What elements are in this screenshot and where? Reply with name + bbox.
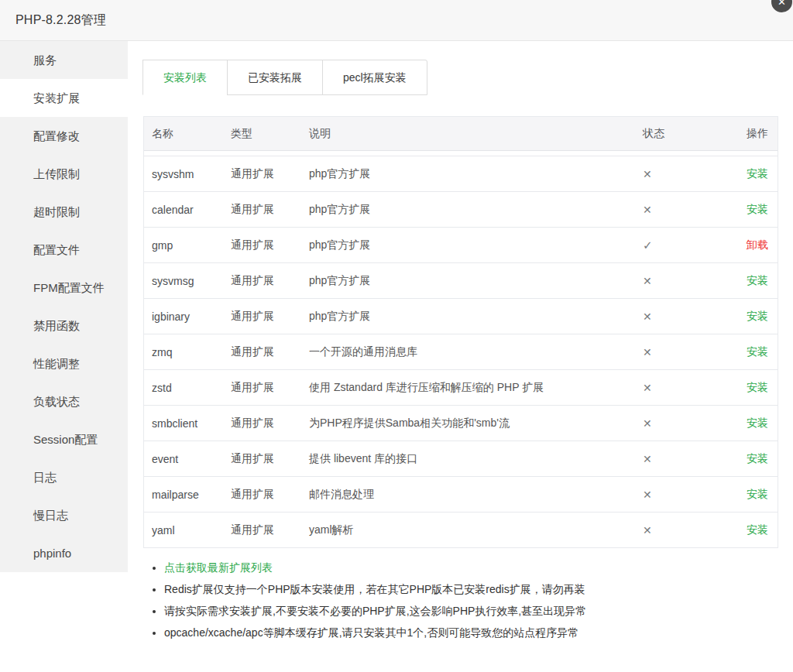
status-icon: ✕ [643, 168, 747, 180]
sidebar-item[interactable]: 日志 [0, 458, 128, 496]
table-row: zmq 通用扩展 一个开源的通用消息库 ✕ 安装 [144, 334, 778, 370]
partially-scrolled-row [144, 151, 778, 156]
main-content: 安装列表 已安装拓展 pecl拓展安装 名称 类型 说明 状态 操作 sysvs… [128, 41, 793, 648]
sidebar-item[interactable]: 负载状态 [0, 382, 128, 420]
extension-type: 通用扩展 [231, 523, 309, 537]
extension-type: 通用扩展 [231, 238, 309, 252]
sidebar: 服务 安装扩展 配置修改 上传限制 超时限制 配置文件 FPM配置文件 禁用函数… [0, 41, 128, 572]
status-icon: ✕ [643, 204, 747, 216]
extension-name: gmp [152, 239, 231, 252]
extension-name: sysvshm [152, 168, 231, 180]
status-icon: ✕ [643, 453, 747, 465]
sidebar-item[interactable]: 上传限制 [0, 155, 128, 193]
status-icon: ✕ [643, 346, 747, 358]
table-row: sysvshm 通用扩展 php官方扩展 ✕ 安装 [144, 156, 778, 192]
sidebar-item[interactable]: 性能调整 [0, 345, 128, 382]
action-link[interactable]: 卸载 [747, 238, 768, 252]
status-icon: ✕ [643, 382, 747, 394]
note-item: 请按实际需求安装扩展,不要安装不必要的PHP扩展,这会影响PHP执行效率,甚至出… [164, 605, 778, 617]
extension-name: smbclient [152, 417, 231, 430]
extension-name: mailparse [152, 489, 231, 501]
extension-description: 为PHP程序提供Samba相关功能和'smb'流 [309, 417, 643, 430]
extension-description: yaml解析 [309, 523, 643, 537]
tab-bar: 安装列表 已安装拓展 pecl拓展安装 [143, 60, 778, 95]
action-link[interactable]: 安装 [747, 310, 768, 324]
note-text: 请按实际需求安装扩展,不要安装不必要的PHP扩展,这会影响PHP执行效率,甚至出… [164, 605, 586, 617]
extension-name: event [152, 453, 231, 465]
sidebar-item[interactable]: 服务 [0, 41, 128, 79]
sidebar-item[interactable]: 禁用函数 [0, 307, 128, 345]
action-link[interactable]: 安装 [747, 488, 768, 502]
column-header-desc: 说明 [309, 127, 643, 141]
table-body: sysvshm 通用扩展 php官方扩展 ✕ 安装 calendar 通用扩展 … [144, 151, 778, 548]
table-row: sysvmsg 通用扩展 php官方扩展 ✕ 安装 [144, 263, 778, 299]
status-icon: ✕ [643, 275, 747, 287]
column-header-status: 状态 [643, 127, 747, 141]
action-link[interactable]: 安装 [747, 523, 768, 537]
column-header-action: 操作 [747, 127, 768, 141]
extension-description: php官方扩展 [309, 203, 643, 217]
action-link[interactable]: 安装 [747, 167, 768, 181]
column-header-type: 类型 [231, 127, 309, 141]
sidebar-item[interactable]: 配置修改 [0, 117, 128, 155]
tab[interactable]: 已安装拓展 [227, 60, 323, 95]
extension-name: igbinary [152, 310, 231, 323]
extension-name: calendar [152, 204, 231, 216]
status-icon: ✕ [643, 310, 747, 323]
action-link[interactable]: 安装 [747, 274, 768, 288]
note-item: Redis扩展仅支持一个PHP版本安装使用，若在其它PHP版本已安装redis扩… [164, 583, 778, 595]
window-titlebar: PHP-8.2.28管理 [0, 0, 793, 41]
action-link[interactable]: 安装 [747, 417, 768, 430]
note-text: opcache/xcache/apc等脚本缓存扩展,请只安装其中1个,否则可能导… [164, 626, 578, 639]
extension-description: 提供 libevent 库的接口 [309, 452, 643, 466]
extension-name: zmq [152, 346, 231, 358]
status-icon: ✕ [643, 524, 747, 537]
note-item: 点击获取最新扩展列表 [164, 561, 778, 574]
table-row: smbclient 通用扩展 为PHP程序提供Samba相关功能和'smb'流 … [144, 406, 778, 441]
action-link[interactable]: 安装 [747, 452, 768, 466]
status-icon: ✕ [643, 417, 747, 430]
extension-name: zstd [152, 382, 231, 394]
close-icon: ✕ [778, 0, 786, 7]
extension-type: 通用扩展 [231, 203, 309, 217]
extension-description: php官方扩展 [309, 310, 643, 324]
extension-description: php官方扩展 [309, 167, 643, 181]
action-link[interactable]: 安装 [747, 345, 768, 359]
sidebar-item[interactable]: Session配置 [0, 420, 128, 458]
extension-description: php官方扩展 [309, 274, 643, 288]
table-row: mailparse 通用扩展 邮件消息处理 ✕ 安装 [144, 477, 778, 513]
note-item: opcache/xcache/apc等脚本缓存扩展,请只安装其中1个,否则可能导… [164, 626, 778, 639]
extension-description: 邮件消息处理 [309, 488, 643, 502]
extension-type: 通用扩展 [231, 452, 309, 466]
status-icon: ✕ [643, 489, 747, 501]
sidebar-item[interactable]: FPM配置文件 [0, 269, 128, 307]
refresh-extensions-link[interactable]: 点击获取最新扩展列表 [164, 561, 273, 574]
extension-type: 通用扩展 [231, 167, 309, 181]
sidebar-item[interactable]: 超时限制 [0, 193, 128, 231]
extension-type: 通用扩展 [231, 488, 309, 502]
tab[interactable]: pecl拓展安装 [322, 60, 427, 95]
column-header-name: 名称 [152, 127, 231, 141]
sidebar-item[interactable]: 慢日志 [0, 496, 128, 534]
notes-list: 点击获取最新扩展列表 Redis扩展仅支持一个PHP版本安装使用，若在其它PHP… [143, 561, 778, 639]
status-icon: ✓ [643, 238, 747, 252]
extension-type: 通用扩展 [231, 381, 309, 395]
table-row: igbinary 通用扩展 php官方扩展 ✕ 安装 [144, 299, 778, 334]
action-link[interactable]: 安装 [747, 203, 768, 217]
table-row: yaml 通用扩展 yaml解析 ✕ 安装 [144, 513, 778, 548]
table-row: zstd 通用扩展 使用 Zstandard 库进行压缩和解压缩的 PHP 扩展… [144, 370, 778, 406]
sidebar-item[interactable]: phpinfo [0, 534, 128, 572]
extension-type: 通用扩展 [231, 417, 309, 430]
note-text: Redis扩展仅支持一个PHP版本安装使用，若在其它PHP版本已安装redis扩… [164, 583, 585, 595]
sidebar-item[interactable]: 配置文件 [0, 231, 128, 269]
extension-type: 通用扩展 [231, 310, 309, 324]
extension-type: 通用扩展 [231, 274, 309, 288]
action-link[interactable]: 安装 [747, 381, 768, 395]
sidebar-item[interactable]: 安装扩展 [0, 79, 128, 117]
table-row: event 通用扩展 提供 libevent 库的接口 ✕ 安装 [144, 441, 778, 477]
page-title: PHP-8.2.28管理 [15, 12, 106, 29]
tab[interactable]: 安装列表 [142, 60, 228, 95]
extension-description: 使用 Zstandard 库进行压缩和解压缩的 PHP 扩展 [309, 381, 643, 395]
table-row: gmp 通用扩展 php官方扩展 ✓ 卸载 [144, 228, 778, 263]
table-header: 名称 类型 说明 状态 操作 [144, 117, 778, 151]
